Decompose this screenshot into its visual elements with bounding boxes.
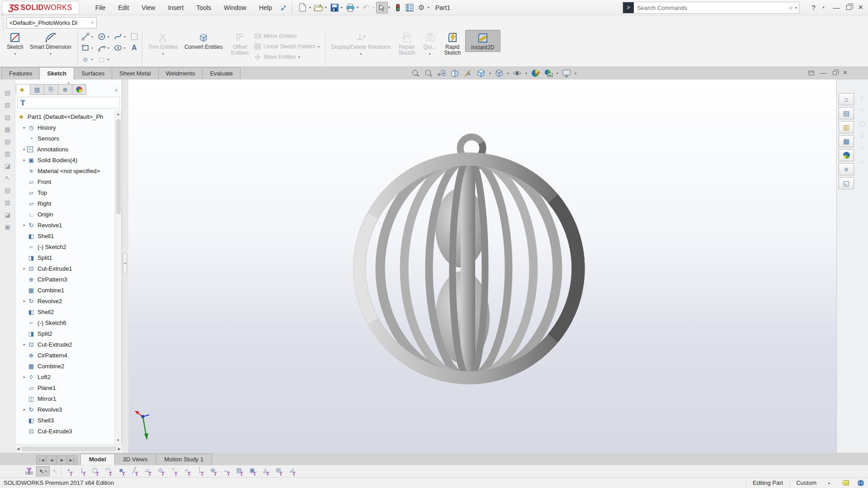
dropdown-caret[interactable]: ▾ bbox=[91, 46, 96, 50]
convert-entities-button[interactable]: Convert Entities bbox=[181, 30, 226, 51]
flyout-caret[interactable]: ▾ bbox=[14, 51, 16, 57]
tree-item[interactable]: ▸ (-) Sketch6 bbox=[15, 317, 114, 328]
menu-item[interactable]: Tools bbox=[191, 2, 217, 14]
splitter-handle[interactable] bbox=[123, 253, 127, 274]
circle-tool[interactable] bbox=[97, 32, 107, 42]
tree-item[interactable]: ▸ History bbox=[15, 122, 114, 133]
restore-document-icon[interactable] bbox=[833, 71, 837, 75]
tree-item[interactable]: ▸ Cut-Extrude2 bbox=[15, 339, 114, 350]
selection-filter-icon[interactable] bbox=[103, 467, 113, 476]
task-pane-tab[interactable] bbox=[839, 93, 854, 105]
search-box[interactable]: > ⌕ ▾ bbox=[622, 2, 799, 14]
left-toolbar-icon[interactable]: ▥ bbox=[3, 101, 12, 109]
dropdown-caret[interactable]: ▾ bbox=[91, 57, 96, 61]
view-appearance-button[interactable] bbox=[392, 2, 404, 14]
expand-arrow-icon[interactable]: ▸ bbox=[22, 375, 27, 379]
menu-item[interactable]: Insert bbox=[162, 2, 189, 14]
dropdown-caret[interactable]: ▾ bbox=[388, 5, 390, 9]
panel-collapse-chevron[interactable]: ▴ bbox=[67, 80, 69, 84]
hide-show-items-icon[interactable] bbox=[511, 68, 523, 79]
options-list-button[interactable] bbox=[404, 2, 415, 14]
print-button[interactable] bbox=[344, 2, 356, 14]
expand-arrow-icon[interactable]: ▸ bbox=[22, 223, 27, 227]
left-toolbar-icon[interactable]: ▣ bbox=[3, 223, 12, 231]
zoom-to-area-icon[interactable] bbox=[423, 68, 434, 79]
tree-item[interactable]: ▸ Sensors bbox=[15, 133, 114, 144]
dropdown-caret[interactable]: ▾ bbox=[108, 46, 112, 50]
tree-item[interactable]: ▸ Right bbox=[15, 198, 114, 209]
scroll-up-arrow[interactable]: ▲ bbox=[117, 110, 120, 118]
tree-horizontal-scrollbar[interactable]: ◀ ▶ bbox=[15, 444, 122, 453]
tree-item[interactable]: ▸ Material <not specified> bbox=[15, 165, 114, 176]
rectangle-tool[interactable] bbox=[80, 43, 90, 53]
restore-button[interactable] bbox=[846, 5, 851, 10]
document-view-tab[interactable]: 3D Views bbox=[114, 454, 156, 465]
tree-item[interactable]: ▸ Revolve2 bbox=[15, 296, 114, 306]
open-button[interactable] bbox=[313, 2, 325, 14]
dropdown-caret[interactable]: ▾ bbox=[341, 5, 343, 9]
command-tab[interactable]: Sketch bbox=[39, 67, 74, 80]
section-view-icon[interactable] bbox=[449, 68, 461, 79]
task-pane-tab[interactable] bbox=[839, 177, 854, 189]
tree-item[interactable]: ▸ (-) Sketch2 bbox=[15, 241, 114, 252]
tree-item[interactable]: ▸ Mirror1 bbox=[15, 393, 114, 404]
tree-filter-box[interactable] bbox=[17, 97, 120, 108]
tree-item[interactable]: ▸ Combine1 bbox=[15, 285, 114, 296]
expand-arrow-icon[interactable]: ▸ bbox=[22, 147, 27, 151]
close-button[interactable]: × bbox=[856, 2, 865, 13]
selection-filter-icon[interactable] bbox=[260, 467, 270, 476]
search-icon[interactable]: ⌕ bbox=[788, 4, 795, 12]
task-pane-tab[interactable] bbox=[839, 107, 854, 119]
point-tool[interactable]: ⊙ bbox=[80, 54, 90, 64]
tags-icon[interactable] bbox=[842, 480, 849, 486]
tree-item[interactable]: ▸ CirPattern3 bbox=[15, 274, 114, 285]
pin-menu-icon[interactable] bbox=[280, 4, 288, 11]
expand-arrow-icon[interactable]: ▸ bbox=[22, 407, 27, 412]
tree-item[interactable]: ▸ Split1 bbox=[15, 252, 114, 263]
dropdown-caret[interactable]: ▾ bbox=[108, 35, 112, 39]
save-button[interactable] bbox=[329, 2, 340, 14]
document-view-tab[interactable]: Motion Study 1 bbox=[156, 454, 212, 465]
command-tab[interactable]: Features bbox=[1, 67, 40, 80]
spline-tool[interactable] bbox=[113, 32, 123, 42]
previous-view-icon[interactable] bbox=[436, 68, 448, 79]
tree-item[interactable]: ▸ Origin bbox=[15, 209, 114, 220]
smart-dimension-button[interactable]: Smart Dimension ▾ bbox=[27, 30, 75, 58]
selection-filter-icon[interactable] bbox=[208, 467, 218, 476]
dropdown-caret[interactable]: ▾ bbox=[507, 71, 509, 75]
selection-filter-icon[interactable] bbox=[129, 467, 139, 476]
task-pane-tab[interactable] bbox=[839, 121, 854, 133]
help-button[interactable]: ? bbox=[809, 3, 817, 12]
select-cursor-button[interactable]: ↖▾ bbox=[36, 466, 50, 476]
new-document-button[interactable] bbox=[297, 2, 309, 14]
text-tool[interactable]: A bbox=[129, 43, 139, 53]
tree-item[interactable]: ▸ Combine2 bbox=[15, 361, 114, 371]
tree-item[interactable]: ▸ Cut-Extrude1 bbox=[15, 263, 114, 274]
tree-root-item[interactable]: Part1 (Default<<Default>_Ph bbox=[15, 111, 114, 122]
dropdown-caret[interactable]: ▾ bbox=[108, 57, 112, 61]
tree-item[interactable]: ▸ Shell1 bbox=[15, 230, 114, 241]
sketch-picture-tool[interactable] bbox=[129, 32, 139, 42]
tree-item[interactable]: ▸ Revolve3 bbox=[15, 404, 114, 415]
tab-dimxpert-manager[interactable]: ⊕ bbox=[58, 84, 72, 95]
expand-arrow-icon[interactable]: ▸ bbox=[22, 125, 27, 130]
left-toolbar-icon[interactable]: ▤ bbox=[3, 89, 12, 97]
document-view-tab[interactable]: Model bbox=[80, 454, 115, 465]
web-help-globe-icon[interactable] bbox=[857, 479, 864, 487]
arc-tool[interactable] bbox=[97, 43, 107, 53]
tree-item[interactable]: ▸ Loft2 bbox=[15, 371, 114, 382]
tree-item[interactable]: ▸ CirPattern4 bbox=[15, 350, 114, 361]
settings-gear-button[interactable]: ⚙ bbox=[415, 2, 427, 14]
tree-vertical-scrollbar[interactable]: ▲ ▼ bbox=[114, 110, 122, 444]
configuration-dropdown[interactable]: <Default>_PhotoWorks Di ˅ bbox=[6, 17, 97, 28]
selection-filter-icon[interactable] bbox=[247, 467, 257, 476]
dropdown-caret[interactable]: ▾ bbox=[428, 5, 429, 9]
tree-item[interactable]: ▸ Shell3 bbox=[15, 415, 114, 426]
left-toolbar-icon[interactable]: ◪ bbox=[3, 162, 12, 170]
scrollbar-thumb[interactable] bbox=[21, 446, 116, 451]
ellipse-tool[interactable] bbox=[113, 43, 123, 53]
scroll-down-arrow[interactable]: ▼ bbox=[117, 436, 120, 444]
view-orientation-icon[interactable] bbox=[475, 68, 487, 79]
tree-item[interactable]: ▸ Revolve1 bbox=[15, 220, 114, 230]
scrollbar-thumb[interactable] bbox=[116, 119, 121, 214]
